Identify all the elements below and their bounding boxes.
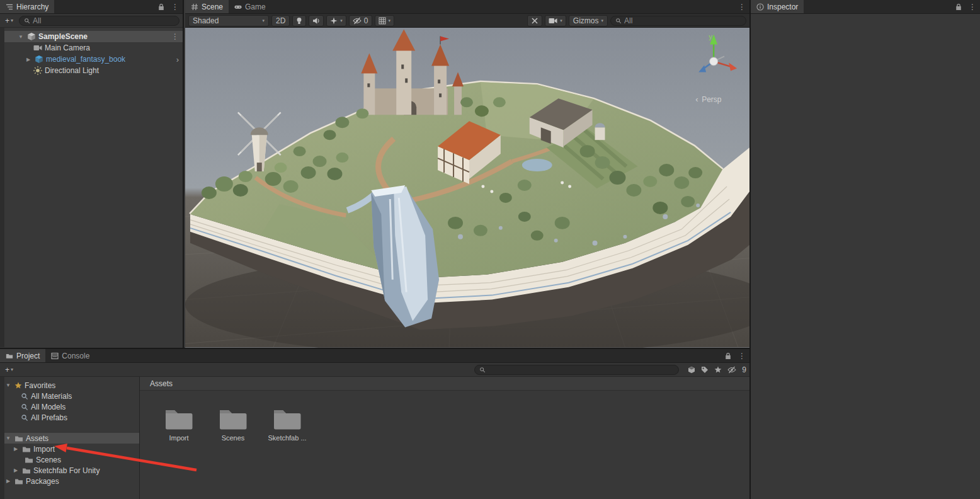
hidden-count: 0 (364, 16, 368, 25)
hidden-objects-toggle[interactable]: 0 (349, 15, 372, 26)
tab-project[interactable]: Project (0, 349, 45, 362)
hierarchy-search-input[interactable]: All (19, 16, 179, 26)
folder-icon (273, 407, 302, 431)
scene-effects-dropdown[interactable]: ▾ (326, 15, 346, 26)
scene-options-icon[interactable]: ⋮ (171, 32, 179, 41)
breadcrumb-label: Assets (150, 379, 173, 388)
2d-label: 2D (276, 16, 285, 25)
tab-inspector[interactable]: Inspector (751, 0, 804, 13)
hidden-count-icon[interactable] (727, 366, 736, 374)
lock-icon[interactable] (157, 3, 165, 11)
tree-row-scenes[interactable]: Scenes (4, 454, 139, 465)
console-tab-label: Console (62, 352, 89, 360)
folder-icon (14, 478, 23, 485)
asset-grid: Import Scenes Sketchfab ... (140, 391, 749, 442)
panel-edge (0, 28, 4, 347)
gizmos-dropdown[interactable]: Gizmos ▾ (569, 15, 608, 26)
tab-scene[interactable]: Scene (185, 0, 229, 13)
foldout-open-icon[interactable]: ▼ (4, 435, 12, 441)
breadcrumb: Assets (140, 377, 749, 391)
tree-label: Favorites (25, 381, 55, 390)
folder-item-sketchfab[interactable]: Sketchfab ... (263, 407, 311, 442)
tree-row-favorites[interactable]: ▼ Favorites (4, 380, 139, 391)
create-asset-button[interactable]: + ▾ (3, 365, 15, 374)
scene-tools-button[interactable] (527, 15, 542, 26)
hierarchy-row-medieval-fantasy-book[interactable]: ▶ medieval_fantasy_book › (4, 54, 183, 65)
search-icon (24, 18, 30, 24)
hierarchy-icon (6, 3, 13, 11)
tree-label: All Models (31, 403, 66, 411)
projection-label[interactable]: Persp (702, 95, 722, 104)
panel-menu-icon[interactable]: ⋮ (171, 3, 179, 11)
shading-mode-dropdown[interactable]: Shaded ▾ (188, 15, 269, 26)
dropdown-arrow-icon: ▾ (11, 367, 13, 372)
folder-item-scenes[interactable]: Scenes (209, 407, 257, 442)
foldout-closed-icon[interactable]: ▶ (12, 467, 20, 473)
object-name: Main Camera (45, 43, 90, 52)
panel-menu-icon[interactable]: ⋮ (738, 352, 746, 360)
prefab-cube-icon (35, 55, 43, 64)
dropdown-arrow-icon: ▾ (11, 18, 13, 23)
panel-menu-icon[interactable]: ⋮ (738, 3, 746, 11)
project-search-input[interactable] (474, 365, 679, 375)
inspector-panel: Inspector ⋮ (749, 0, 980, 499)
package-visibility-icon[interactable] (688, 366, 695, 374)
foldout-open-icon[interactable]: ▼ (17, 34, 25, 40)
search-filter-value: All (624, 16, 632, 25)
tree-row-all-prefabs[interactable]: All Prefabs (4, 412, 139, 423)
lock-icon[interactable] (724, 352, 732, 360)
scene-3d-render: y ‹ Persp (185, 28, 749, 348)
tree-row-import[interactable]: ▶ Import (4, 444, 139, 454)
scene-audio-toggle[interactable] (309, 15, 324, 26)
foldout-open-icon[interactable]: ▼ (4, 382, 12, 388)
hierarchy-tree: ▼ SampleScene ⋮ Main Camera ▶ medieval_f… (0, 28, 183, 347)
favorites-filter-icon[interactable] (714, 366, 722, 374)
folder-icon (164, 407, 193, 431)
hierarchy-row-directional-light[interactable]: Directional Light (4, 65, 183, 76)
tree-label: Assets (26, 434, 48, 443)
folder-icon (219, 407, 248, 431)
dropdown-arrow-icon: ▾ (601, 18, 603, 23)
tree-row-sketchfab[interactable]: ▶ Sketchfab For Unity (4, 465, 139, 476)
hierarchy-title: Hierarchy (16, 3, 48, 11)
foldout-closed-icon[interactable]: ▶ (25, 57, 32, 62)
tree-label: Packages (26, 477, 59, 486)
tree-row-packages[interactable]: ▶ Packages (4, 476, 139, 486)
scene-viewport[interactable]: y ‹ Persp (185, 28, 749, 348)
foldout-closed-icon[interactable]: ▶ (4, 478, 12, 484)
scene-search-input[interactable]: All (610, 16, 746, 26)
tree-row-all-materials[interactable]: All Materials (4, 391, 139, 401)
folder-item-import[interactable]: Import (155, 407, 203, 442)
grid-visibility-dropdown[interactable]: ▾ (375, 15, 395, 26)
add-object-button[interactable]: + ▾ (3, 16, 15, 25)
scene-camera-dropdown[interactable]: ▾ (545, 15, 566, 26)
game-tab-label: Game (245, 3, 266, 11)
plus-icon: + (5, 365, 9, 374)
toggle-2d-button[interactable]: 2D (271, 15, 290, 26)
project-panel: Project Console ⋮ + ▾ (0, 348, 749, 499)
inspector-body (751, 14, 980, 499)
console-tab-icon (51, 352, 59, 360)
eye-off-icon (353, 17, 362, 25)
object-name: Directional Light (45, 66, 99, 75)
projection-chevron[interactable]: ‹ (695, 95, 698, 104)
search-query-icon (21, 393, 28, 400)
hierarchy-row-samplescene[interactable]: ▼ SampleScene ⋮ (4, 31, 183, 42)
panel-menu-icon[interactable]: ⋮ (969, 3, 976, 11)
tab-console[interactable]: Console (45, 349, 95, 362)
tab-hierarchy[interactable]: Hierarchy (0, 0, 54, 13)
hierarchy-row-main-camera[interactable]: Main Camera (4, 42, 183, 54)
label-filter-icon[interactable] (701, 366, 709, 374)
y-axis-label: y (709, 33, 712, 40)
foldout-closed-icon[interactable]: ▶ (12, 446, 20, 452)
lock-icon[interactable] (955, 3, 962, 11)
prefab-open-arrow-icon[interactable]: › (176, 55, 179, 64)
tree-row-assets[interactable]: ▼ Assets (4, 433, 139, 444)
shading-mode-label: Shaded (193, 16, 219, 25)
tree-row-all-models[interactable]: All Models (4, 401, 139, 412)
scene-lighting-toggle[interactable] (292, 15, 306, 26)
gizmo-center[interactable] (710, 57, 718, 66)
lighting-icon (296, 17, 302, 25)
tab-game[interactable]: Game (229, 0, 271, 13)
scene-tab-label: Scene (202, 3, 223, 11)
